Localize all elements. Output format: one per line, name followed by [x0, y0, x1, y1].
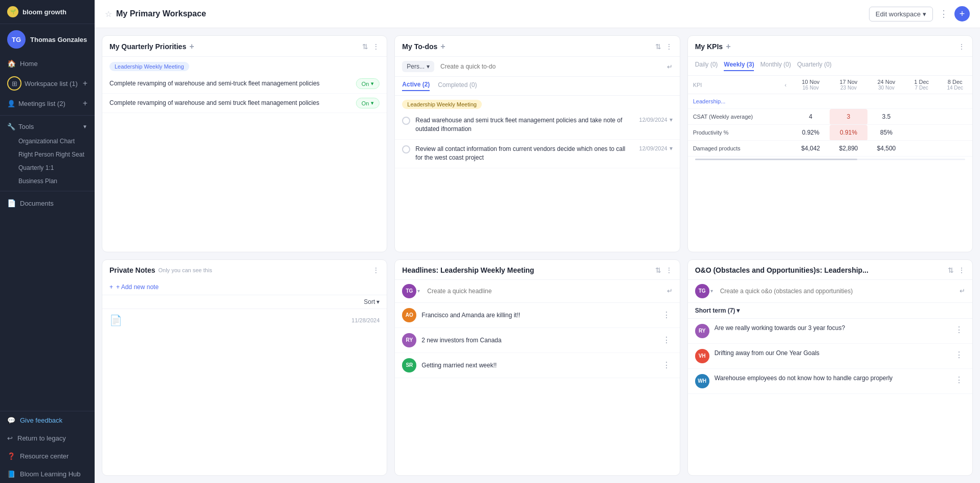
priority-status-2[interactable]: On ▾	[356, 98, 380, 108]
more-headline-2-button[interactable]: ⋮	[660, 334, 673, 346]
kpi-cell-damaged-1[interactable]: $4,042	[792, 141, 830, 157]
kpi-col-1: 10 Nov 16 Nov	[792, 76, 830, 94]
kpi-cell-prod-3[interactable]: 85%	[867, 125, 905, 141]
more-notes-button[interactable]: ⋮	[372, 266, 380, 274]
chevron-down-icon: ▾	[376, 298, 380, 305]
headline-avatar-1: AO	[402, 308, 416, 322]
quick-headline-input[interactable]	[424, 286, 662, 297]
quick-todo-input[interactable]	[437, 61, 664, 72]
kpi-cell-prod-2[interactable]: 0.91%	[830, 125, 867, 141]
sort-todos-button[interactable]: ⇅	[655, 42, 661, 51]
oo-card: O&O (Obstacles and Opportunities)s: Lead…	[687, 259, 973, 476]
sort-button[interactable]: Sort ▾	[364, 298, 380, 305]
headlines-card: Headlines: Leadership Weekly Meeting ⇅ ⋮…	[394, 259, 680, 476]
kpi-scrollbar-track	[695, 159, 965, 160]
resource-center-item[interactable]: ❓ Resource center	[0, 447, 95, 465]
kpi-tab-monthly[interactable]: Monthly (0)	[760, 61, 791, 71]
kpi-cell-prod-1[interactable]: 0.92%	[792, 125, 830, 141]
sidebar-item-quarterly[interactable]: Quarterly 1:1	[0, 161, 95, 174]
headlines-body: AO Francisco and Amanda are killing it!!…	[395, 303, 679, 476]
oo-avatar-3: WH	[695, 374, 709, 388]
oo-avatar-selector[interactable]: TG ▾	[695, 284, 713, 298]
tab-completed[interactable]: Completed (0)	[438, 81, 477, 91]
oo-input-row: TG ▾ ↵	[688, 280, 972, 303]
tab-active[interactable]: Active (2)	[402, 81, 430, 91]
sidebar-item-home[interactable]: 🏠 Home	[0, 55, 95, 72]
more-oo-1-button[interactable]: ⋮	[953, 324, 965, 336]
headline-avatar-2: RY	[402, 333, 416, 347]
page-title: My Primary Workspace	[116, 9, 206, 18]
enter-icon: ↵	[960, 287, 965, 295]
more-options-icon[interactable]: ⋮	[939, 8, 948, 19]
chevron-down-icon: ▾	[371, 100, 374, 106]
notes-header: Private Notes Only you can see this ⋮	[102, 260, 387, 279]
more-oo-button[interactable]: ⋮	[958, 266, 965, 274]
todo-checkbox-2[interactable]	[402, 145, 410, 153]
add-kpi-icon[interactable]: +	[726, 42, 730, 51]
priority-status-1[interactable]: On ▾	[356, 78, 380, 89]
more-oo-3-button[interactable]: ⋮	[953, 374, 965, 386]
headline-input-row: TG ▾ ↵	[395, 280, 679, 303]
priorities-body: Leadership Weekly Meeting Complete revam…	[102, 57, 387, 252]
sidebar-item-workspace[interactable]: ⊞ Workspace list (1) +	[0, 72, 95, 95]
topbar: ☆ My Primary Workspace Edit workspace ▾ …	[95, 0, 980, 28]
more-todos-button[interactable]: ⋮	[665, 42, 673, 51]
sidebar-item-business-plan[interactable]: Business Plan	[0, 174, 95, 188]
priority-meeting-tag: Leadership Weekly Meeting	[109, 62, 189, 71]
give-feedback-item[interactable]: 💬 Give feedback	[0, 411, 95, 429]
sidebar-item-documents[interactable]: 📄 Documents	[0, 194, 95, 212]
todo-checkbox-1[interactable]	[402, 117, 410, 125]
kpi-nav-prev[interactable]: ‹	[779, 76, 792, 94]
content-area: My Quarterly Priorities + ⇅ ⋮ Leadership…	[95, 28, 980, 483]
kpi-table-container: KPI ‹ 10 Nov 16 Nov 17 Nov	[688, 76, 972, 162]
sidebar: 🌱 bloom growth TG Thomas Gonzales 🏠 Home…	[0, 0, 95, 483]
add-workspace-icon[interactable]: +	[83, 79, 87, 88]
more-headline-1-button[interactable]: ⋮	[660, 309, 673, 321]
sidebar-item-rprs[interactable]: Right Person Right Seat	[0, 148, 95, 161]
add-todo-icon[interactable]: +	[440, 42, 445, 51]
add-priority-icon[interactable]: +	[189, 42, 194, 51]
todo-filter-badge[interactable]: Pers... ▾	[402, 61, 434, 72]
sidebar-user[interactable]: TG Thomas Gonzales	[0, 24, 95, 55]
headlines-title: Headlines: Leadership Weekly Meeting	[402, 266, 534, 274]
more-kpis-button[interactable]: ⋮	[958, 42, 965, 51]
headline-avatar-selector[interactable]: TG ▾	[402, 284, 420, 298]
priorities-actions: ⇅ ⋮	[362, 42, 380, 51]
short-term-badge[interactable]: Short term (7) ▾	[695, 307, 740, 314]
sidebar-item-org-chart[interactable]: Organizational Chart	[0, 135, 95, 148]
sort-oo-button[interactable]: ⇅	[948, 266, 954, 274]
kpi-cell-csat-2[interactable]: 3	[830, 109, 867, 125]
kpi-cell-damaged-3[interactable]: $4,500	[867, 141, 905, 157]
return-legacy-item[interactable]: ↩ Return to legacy	[0, 429, 95, 447]
priorities-card: My Quarterly Priorities + ⇅ ⋮ Leadership…	[102, 35, 387, 252]
oo-avatar-1: RY	[695, 324, 709, 338]
sidebar-item-meetings[interactable]: 👤 Meetings list (2) +	[0, 95, 95, 112]
kpi-cell-csat-3[interactable]: 3.5	[867, 109, 905, 125]
documents-icon: 📄	[7, 199, 15, 207]
quick-oo-input[interactable]	[717, 286, 955, 297]
todos-card-header: My To-dos + ⇅ ⋮	[395, 36, 679, 57]
kpi-scrollbar-thumb[interactable]	[695, 159, 857, 160]
add-button[interactable]: +	[954, 6, 970, 21]
kpi-cell-csat-1[interactable]: 4	[792, 109, 830, 125]
star-icon[interactable]: ☆	[105, 9, 112, 19]
kpi-tab-quarterly[interactable]: Quarterly (0)	[797, 61, 832, 71]
expand-icon[interactable]: ▾	[670, 145, 673, 152]
more-headline-3-button[interactable]: ⋮	[660, 359, 673, 371]
bloom-learning-item[interactable]: 📘 Bloom Learning Hub	[0, 465, 95, 483]
sort-headlines-button[interactable]: ⇅	[655, 266, 661, 274]
add-meeting-icon[interactable]: +	[83, 99, 87, 108]
sidebar-item-tools[interactable]: 🔧 Tools ▼	[0, 119, 95, 135]
kpi-cell-damaged-2[interactable]: $2,890	[830, 141, 867, 157]
more-priorities-button[interactable]: ⋮	[372, 42, 380, 51]
todo-item-1: Read warehouse and semi truck fleet mana…	[395, 111, 679, 140]
add-note-button[interactable]: + + Add new note	[102, 279, 387, 295]
kpi-col-kpi: KPI	[688, 76, 779, 94]
expand-icon[interactable]: ▾	[670, 116, 673, 123]
more-oo-2-button[interactable]: ⋮	[953, 349, 965, 361]
edit-workspace-button[interactable]: Edit workspace ▾	[869, 7, 933, 21]
kpi-tab-weekly[interactable]: Weekly (3)	[724, 61, 754, 71]
kpi-tab-daily[interactable]: Daily (0)	[695, 61, 718, 71]
more-headlines-button[interactable]: ⋮	[665, 266, 673, 274]
sort-priorities-button[interactable]: ⇅	[362, 42, 368, 51]
